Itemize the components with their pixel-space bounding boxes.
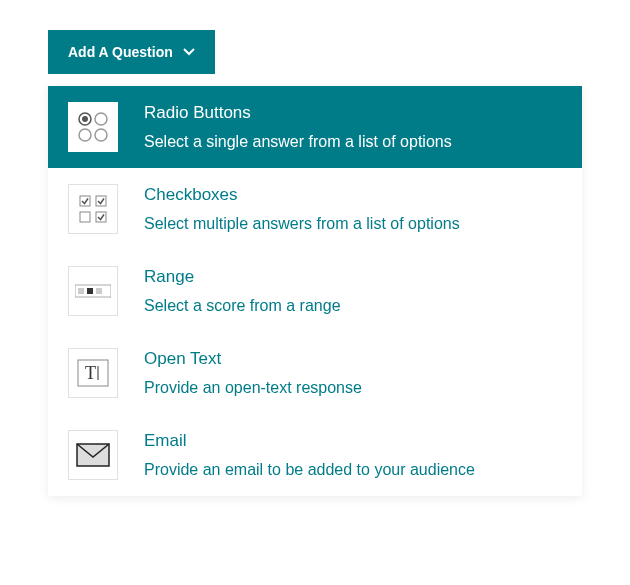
- svg-rect-12: [96, 288, 102, 294]
- svg-rect-6: [96, 196, 106, 206]
- range-icon: [68, 266, 118, 316]
- option-text: Checkboxes Select multiple answers from …: [144, 185, 460, 233]
- option-range[interactable]: Range Select a score from a range: [48, 250, 582, 332]
- option-title: Range: [144, 267, 341, 287]
- option-title: Checkboxes: [144, 185, 460, 205]
- option-desc: Select a score from a range: [144, 297, 341, 315]
- svg-rect-7: [80, 212, 90, 222]
- svg-point-3: [79, 129, 91, 141]
- option-text: Email Provide an email to be added to yo…: [144, 431, 475, 479]
- option-desc: Provide an email to be added to your aud…: [144, 461, 475, 479]
- option-desc: Select multiple answers from a list of o…: [144, 215, 460, 233]
- add-question-button[interactable]: Add A Question: [48, 30, 215, 74]
- add-question-label: Add A Question: [68, 44, 173, 60]
- radio-icon: [68, 102, 118, 152]
- option-text: Range Select a score from a range: [144, 267, 341, 315]
- option-desc: Provide an open-text response: [144, 379, 362, 397]
- option-text: Radio Buttons Select a single answer fro…: [144, 103, 452, 151]
- checkbox-icon: [68, 184, 118, 234]
- svg-point-1: [82, 116, 88, 122]
- svg-rect-11: [87, 288, 93, 294]
- chevron-down-icon: [183, 48, 195, 56]
- open-text-icon: T: [68, 348, 118, 398]
- option-desc: Select a single answer from a list of op…: [144, 133, 452, 151]
- svg-point-2: [95, 113, 107, 125]
- option-email[interactable]: Email Provide an email to be added to yo…: [48, 414, 582, 496]
- svg-rect-8: [96, 212, 106, 222]
- option-title: Email: [144, 431, 475, 451]
- option-checkboxes[interactable]: Checkboxes Select multiple answers from …: [48, 168, 582, 250]
- svg-rect-10: [78, 288, 84, 294]
- svg-text:T: T: [85, 363, 96, 383]
- option-radio-buttons[interactable]: Radio Buttons Select a single answer fro…: [48, 86, 582, 168]
- option-open-text[interactable]: T Open Text Provide an open-text respons…: [48, 332, 582, 414]
- svg-rect-5: [80, 196, 90, 206]
- question-type-dropdown: Radio Buttons Select a single answer fro…: [48, 86, 582, 496]
- option-title: Open Text: [144, 349, 362, 369]
- option-text: Open Text Provide an open-text response: [144, 349, 362, 397]
- email-icon: [68, 430, 118, 480]
- option-title: Radio Buttons: [144, 103, 452, 123]
- svg-point-4: [95, 129, 107, 141]
